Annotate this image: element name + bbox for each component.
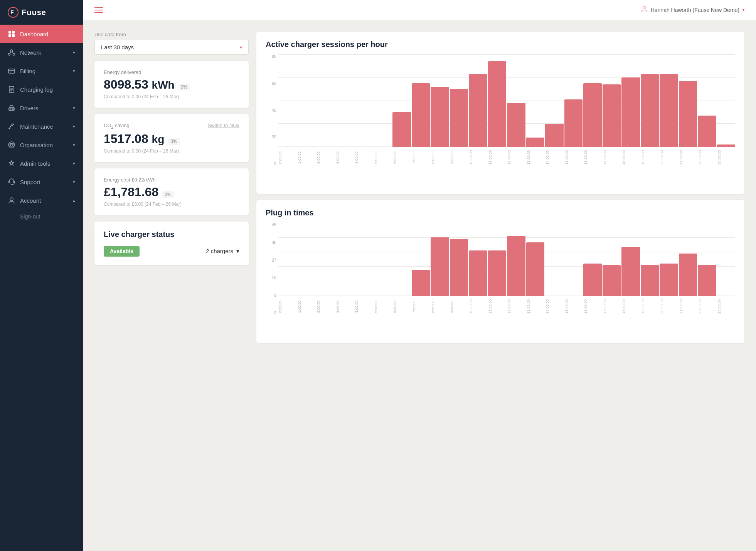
y-axis-label: 0	[274, 162, 276, 166]
bar-col	[698, 223, 716, 296]
svg-line-10	[12, 52, 14, 54]
sidebar-label-support: Support	[20, 179, 40, 185]
svg-point-19	[10, 108, 11, 110]
available-badge: Available	[104, 246, 140, 257]
sessions-y-axis: 806040200	[266, 54, 276, 166]
sidebar-item-account[interactable]: Account ▴	[0, 191, 83, 210]
sessions-bars-grid	[278, 54, 735, 147]
chargers-count: 2 chargers	[206, 248, 233, 254]
bar-col	[374, 54, 392, 147]
x-axis-label: 20:00:00	[660, 298, 678, 315]
bar-col	[603, 54, 621, 147]
svg-point-29	[643, 7, 645, 9]
sidebar-item-charging-log[interactable]: Charging log	[0, 80, 83, 99]
bar-col	[392, 223, 411, 296]
sign-out-link[interactable]: Sign-out	[0, 210, 83, 223]
bar-col	[316, 54, 335, 147]
svg-line-9	[9, 52, 12, 54]
x-axis-label: 12:00:00	[507, 298, 525, 315]
bar-col	[717, 223, 736, 296]
y-axis-label: 18	[272, 276, 276, 280]
sessions-chart-area: 806040200 0:00:001:00:002:00:003:00:004:…	[266, 54, 735, 185]
x-axis-label: 1:00:00	[297, 298, 316, 315]
bar-col	[717, 54, 736, 147]
bar-col	[660, 223, 678, 296]
support-chevron-icon: ▾	[73, 180, 75, 185]
x-axis-label: 8:00:00	[431, 149, 449, 166]
bar-col	[431, 223, 449, 296]
bar-col	[641, 223, 659, 296]
svg-rect-11	[8, 69, 15, 73]
svg-rect-5	[12, 34, 15, 37]
svg-point-6	[10, 50, 13, 52]
sessions-chart-card: Active charger sessions per hour 8060402…	[256, 32, 744, 194]
bar	[717, 144, 736, 147]
x-axis-label: 15:00:00	[564, 298, 583, 315]
x-axis-label: 17:00:00	[603, 298, 621, 315]
bar	[469, 74, 487, 147]
bar-col	[354, 223, 373, 296]
cost-value-row: £1,781.68 0%	[104, 185, 239, 199]
x-axis-label: 13:00:00	[526, 298, 545, 315]
svg-point-28	[10, 198, 13, 201]
bar	[603, 84, 621, 147]
bar	[698, 116, 716, 147]
account-chevron-up-icon: ▴	[73, 198, 75, 203]
bar-col	[698, 54, 716, 147]
x-axis-label: 4:00:00	[354, 298, 373, 315]
billing-chevron-icon: ▾	[73, 69, 75, 74]
x-axis-label: 16:00:00	[583, 298, 602, 315]
y-axis-label: 60	[272, 81, 276, 86]
bar	[545, 124, 564, 147]
co2-value-row: 1517.08 kg 0%	[104, 132, 239, 146]
sidebar-item-network[interactable]: Network ▾	[0, 43, 83, 62]
sidebar-item-admin-tools[interactable]: Admin tools ▾	[0, 154, 83, 173]
user-menu[interactable]: Hannah Haworth (Fuuse New Demo) ▾	[641, 5, 744, 14]
hamburger-line-3	[94, 12, 103, 13]
switch-to-nox-link[interactable]: Switch to NOx	[208, 123, 239, 128]
hamburger-button[interactable]	[94, 7, 103, 13]
network-icon	[8, 49, 15, 56]
bar-col	[431, 54, 449, 147]
charging-log-icon	[8, 86, 15, 93]
sidebar-label-account: Account	[20, 197, 41, 204]
svg-rect-4	[8, 34, 11, 37]
y-axis-label: 80	[272, 54, 276, 59]
sidebar-nav: Dashboard Network ▾ Billing ▾ Charging l…	[0, 25, 83, 223]
x-axis-label: 17:00:00	[603, 149, 621, 166]
bar-col	[278, 54, 296, 147]
date-selector-dropdown[interactable]: Last 30 days ▾	[94, 40, 249, 55]
account-icon	[8, 197, 15, 204]
bar	[450, 239, 468, 296]
bar	[679, 81, 697, 147]
sidebar-item-maintenance[interactable]: Maintenance ▾	[0, 117, 83, 136]
bar-col	[335, 223, 354, 296]
bar	[392, 112, 411, 147]
sidebar-label-maintenance: Maintenance	[20, 123, 53, 130]
hamburger-line-1	[94, 7, 103, 8]
support-icon	[8, 178, 15, 186]
co2-label-row: CO2 saving Switch to NOx	[104, 123, 239, 129]
sidebar-item-billing[interactable]: Billing ▾	[0, 62, 83, 80]
energy-value-row: 8098.53 kWh 0%	[104, 77, 239, 92]
sidebar-item-dashboard[interactable]: Dashboard	[0, 25, 83, 43]
x-axis-label: 21:00:00	[679, 298, 697, 315]
sidebar-label-drivers: Drivers	[20, 105, 39, 111]
bar-col	[679, 223, 697, 296]
sidebar-label-organisation: Organisation	[20, 142, 53, 148]
topbar: Hannah Haworth (Fuuse New Demo) ▾	[83, 0, 756, 20]
bar-col	[335, 54, 354, 147]
x-axis-label: 3:00:00	[335, 298, 354, 315]
x-axis-label: 5:00:00	[374, 298, 392, 315]
bar-col	[316, 223, 335, 296]
x-axis-label: 15:00:00	[564, 149, 583, 166]
sidebar-item-drivers[interactable]: Drivers ▾	[0, 99, 83, 117]
sidebar-item-support[interactable]: Support ▾	[0, 173, 83, 191]
chargers-dropdown-icon: ▾	[236, 248, 239, 255]
svg-point-8	[13, 54, 15, 55]
date-dropdown-chevron-icon: ▾	[240, 45, 242, 50]
chargers-dropdown[interactable]: 2 chargers ▾	[206, 248, 239, 255]
fuuse-logo-icon: F	[8, 7, 19, 18]
cost-compare: Compared to £0.00 (24 Feb – 26 Mar)	[104, 202, 239, 207]
sidebar-item-organisation[interactable]: Organisation ▾	[0, 136, 83, 154]
